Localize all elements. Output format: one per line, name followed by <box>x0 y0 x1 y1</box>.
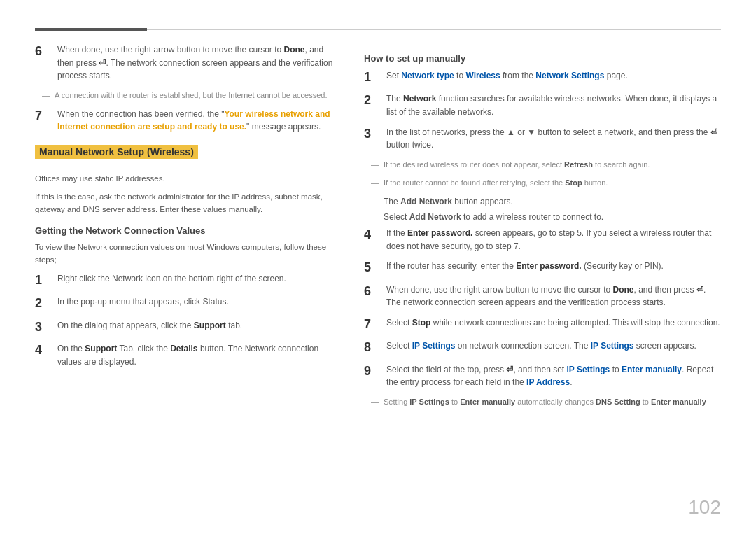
right-step-number-6: 6 <box>364 283 382 300</box>
content-columns: 6 When done, use the right arrow button … <box>35 43 721 414</box>
body-offices: Offices may use static IP addresses. <box>35 173 336 185</box>
note-text-stop: If the router cannot be found after retr… <box>384 177 608 189</box>
right-step-number-8: 8 <box>364 339 382 356</box>
left-column: 6 When done, use the right arrow button … <box>35 43 336 414</box>
right-step-text-5: If the router has security, enter the En… <box>386 260 664 273</box>
step-7-top: 7 When the connection has been verified,… <box>35 108 336 134</box>
right-step-number-9: 9 <box>364 363 382 379</box>
note-refresh: — If the desired wireless router does no… <box>364 159 721 171</box>
step-number-7-top: 7 <box>35 108 53 124</box>
right-step-text-3: In the list of networks, press the ▲ or … <box>386 126 721 152</box>
note-text-refresh: If the desired wireless router does not … <box>384 159 650 171</box>
left-step-1: 1 Right click the Network icon on the bo… <box>35 272 336 288</box>
note-text-ip: Setting IP Settings to Enter manually au… <box>384 396 706 408</box>
right-step-number-4: 4 <box>364 227 382 243</box>
sub-add-network-1: The Add Network button appears. <box>384 195 721 209</box>
right-step-text-6: When done, use the right arrow button to… <box>386 283 721 309</box>
top-rule <box>35 28 721 31</box>
body-view-values: To view the Network connection values on… <box>35 241 336 267</box>
page-number: 102 <box>688 496 721 519</box>
step-text-7-top: When the connection has been verified, t… <box>57 108 336 134</box>
left-step-text-1: Right click the Network icon on the bott… <box>57 272 286 286</box>
right-step-4: 4 If the Enter password. screen appears,… <box>364 227 721 253</box>
right-step-number-3: 3 <box>364 126 382 142</box>
right-section-heading: How to set up manually <box>364 53 721 64</box>
section-title-manual: Manual Network Setup (Wireless) <box>35 145 198 159</box>
right-step-9: 9 Select the field at the top, press ⏎, … <box>364 363 721 389</box>
right-column: How to set up manually 1 Set Network typ… <box>364 43 721 414</box>
right-step-3: 3 In the list of networks, press the ▲ o… <box>364 126 721 152</box>
note-dash-1: — <box>42 90 50 102</box>
right-step-7: 7 Select Stop while network connections … <box>364 316 721 332</box>
note-text-1: A connection with the router is establis… <box>55 90 328 101</box>
right-step-text-8: Select IP Settings on network connection… <box>386 339 696 353</box>
right-step-number-2: 2 <box>364 92 382 108</box>
left-step-number-3: 3 <box>35 319 53 335</box>
right-step-8: 8 Select IP Settings on network connecti… <box>364 339 721 356</box>
subsection-heading-network-values: Getting the Network Connection Values <box>35 225 336 236</box>
note-ip-settings: — Setting IP Settings to Enter manually … <box>364 396 721 409</box>
sub-add-network-2: Select Add Network to add a wireless rou… <box>384 211 721 224</box>
left-step-number-1: 1 <box>35 272 53 288</box>
left-step-text-4: On the Support Tab, click the Details bu… <box>57 342 336 368</box>
note-dash-refresh: — <box>371 159 379 171</box>
right-step-5: 5 If the router has security, enter the … <box>364 260 721 276</box>
step-number-6-top: 6 <box>35 43 53 59</box>
note-dash-stop: — <box>371 177 379 190</box>
right-step-text-1: Set Network type to Wireless from the Ne… <box>386 69 628 83</box>
left-step-number-4: 4 <box>35 342 53 358</box>
right-step-text-4: If the Enter password. screen appears, g… <box>386 227 721 253</box>
note-stop: — If the router cannot be found after re… <box>364 177 721 190</box>
left-step-text-2: In the pop-up menu that appears, click S… <box>57 295 229 309</box>
step-text-6-top: When done, use the right arrow button to… <box>57 43 336 83</box>
right-step-text-7: Select Stop while network connections ar… <box>386 316 720 330</box>
rule-thick <box>35 28 147 31</box>
step-6-top: 6 When done, use the right arrow button … <box>35 43 336 83</box>
left-step-4: 4 On the Support Tab, click the Details … <box>35 342 336 368</box>
right-step-1: 1 Set Network type to Wireless from the … <box>364 69 721 85</box>
page-container: 6 When done, use the right arrow button … <box>0 0 756 534</box>
right-step-text-2: The Network function searches for availa… <box>386 92 721 118</box>
note-connection: — A connection with the router is establ… <box>35 90 336 102</box>
rule-thin <box>147 29 721 30</box>
right-step-6: 6 When done, use the right arrow button … <box>364 283 721 309</box>
left-step-number-2: 2 <box>35 295 53 311</box>
right-step-2: 2 The Network function searches for avai… <box>364 92 721 118</box>
right-step-number-1: 1 <box>364 69 382 85</box>
right-step-number-7: 7 <box>364 316 382 332</box>
body-ask-admin: If this is the case, ask the network adm… <box>35 191 336 216</box>
left-step-2: 2 In the pop-up menu that appears, click… <box>35 295 336 311</box>
right-step-text-9: Select the field at the top, press ⏎, an… <box>386 363 721 389</box>
left-step-3: 3 On the dialog that appears, click the … <box>35 319 336 335</box>
note-dash-ip: — <box>371 396 379 409</box>
left-step-text-3: On the dialog that appears, click the Su… <box>57 319 242 332</box>
right-step-number-5: 5 <box>364 260 382 276</box>
